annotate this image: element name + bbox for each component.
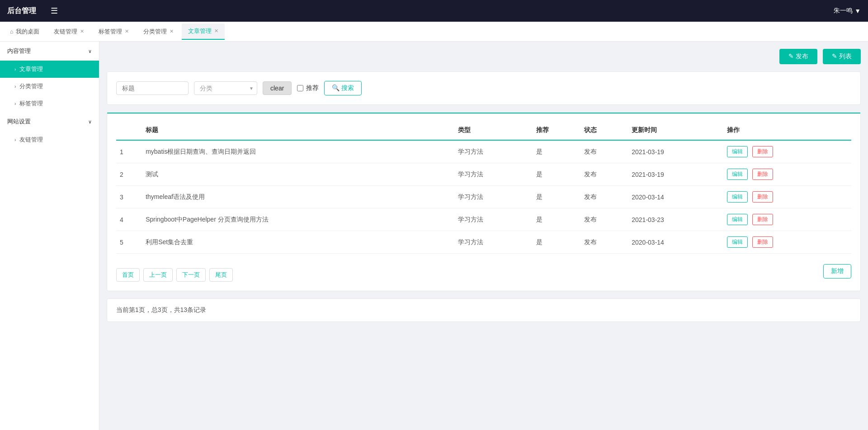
table-header-row: 标题 类型 推荐 状态 更新时间 操作	[116, 121, 851, 140]
page-prev-button[interactable]: 上一页	[143, 268, 173, 282]
cell-update-time: 2020-03-14	[628, 186, 723, 208]
sidebar-group-site: 网站设置 ∨ › 友链管理	[0, 112, 99, 148]
filter-bar: 分类 ▼ clear 推荐 🔍 搜索	[116, 81, 851, 95]
user-info[interactable]: 朱一鸣 ▼	[834, 7, 861, 15]
sidebar-item-tag-arrow: ›	[14, 101, 16, 106]
recommend-checkbox[interactable]	[297, 85, 303, 91]
cell-status: 发布	[580, 140, 628, 163]
table-row: 5 利用Set集合去重 学习方法 是 发布 2020-03-14 编辑 删除	[116, 231, 851, 254]
tab-tags-label: 标签管理	[99, 28, 122, 36]
action-bar: ✎ 发布 ✎ 列表	[107, 49, 861, 64]
cell-update-time: 2020-03-14	[628, 231, 723, 254]
list-button[interactable]: ✎ 列表	[823, 49, 861, 64]
sidebar-group-content: 内容管理 ∨ › 文章管理 › 分类管理 › 标签管理	[0, 42, 99, 112]
tab-articles-close[interactable]: ✕	[214, 28, 218, 34]
recommend-label[interactable]: 推荐	[297, 84, 319, 92]
data-table: 标题 类型 推荐 状态 更新时间 操作 1 mybatis根据日期查询、查询日期…	[116, 121, 851, 254]
table-row: 1 mybatis根据日期查询、查询日期并返回 学习方法 是 发布 2021-0…	[116, 140, 851, 163]
sidebar-group-content-arrow: ∨	[88, 48, 92, 54]
cell-status: 发布	[580, 186, 628, 208]
add-button[interactable]: 新增	[823, 264, 851, 279]
search-button[interactable]: 🔍 搜索	[324, 81, 362, 95]
tab-links[interactable]: 友链管理 ✕	[47, 24, 90, 40]
delete-button[interactable]: 删除	[752, 191, 773, 203]
edit-button[interactable]: 编辑	[727, 236, 748, 248]
menu-toggle-icon[interactable]: ☰	[51, 6, 58, 16]
page-next-button[interactable]: 下一页	[176, 268, 206, 282]
category-select[interactable]: 分类	[194, 81, 257, 95]
table-body: 1 mybatis根据日期查询、查询日期并返回 学习方法 是 发布 2021-0…	[116, 140, 851, 254]
cell-actions: 编辑 删除	[723, 231, 851, 254]
tab-categories[interactable]: 分类管理 ✕	[137, 24, 180, 40]
delete-button[interactable]: 删除	[752, 214, 773, 225]
sidebar: 内容管理 ∨ › 文章管理 › 分类管理 › 标签管理 网站设置 ∨	[0, 42, 99, 329]
cell-actions: 编辑 删除	[723, 140, 851, 163]
col-title: 标题	[142, 121, 454, 140]
sidebar-item-link-arrow: ›	[14, 137, 16, 142]
tab-articles[interactable]: 文章管理 ✕	[182, 24, 225, 40]
cell-title: 利用Set集合去重	[142, 231, 454, 254]
sidebar-group-site-title[interactable]: 网站设置 ∨	[0, 112, 99, 131]
edit-button[interactable]: 编辑	[727, 146, 748, 157]
cell-status: 发布	[580, 163, 628, 186]
sidebar-item-category-mgmt[interactable]: › 分类管理	[0, 78, 99, 95]
title-input[interactable]	[116, 81, 189, 95]
sidebar-item-article-arrow: ›	[14, 67, 16, 72]
sidebar-item-link-label: 友链管理	[19, 136, 43, 144]
publish-button[interactable]: ✎ 发布	[779, 49, 817, 64]
cell-recommend: 是	[533, 163, 580, 186]
sidebar-item-article-mgmt[interactable]: › 文章管理	[0, 61, 99, 78]
cell-type: 学习方法	[454, 163, 533, 186]
delete-button[interactable]: 删除	[752, 146, 773, 157]
cell-recommend: 是	[533, 140, 580, 163]
cell-recommend: 是	[533, 231, 580, 254]
home-icon: ⌂	[10, 28, 13, 35]
page-last-button[interactable]: 尾页	[209, 268, 233, 282]
sidebar-item-tag-mgmt[interactable]: › 标签管理	[0, 95, 99, 112]
cell-update-time: 2021-03-23	[628, 208, 723, 231]
tab-articles-label: 文章管理	[188, 27, 212, 35]
table-card: 标题 类型 推荐 状态 更新时间 操作 1 mybatis根据日期查询、查询日期…	[107, 112, 861, 291]
delete-button[interactable]: 删除	[752, 236, 773, 248]
cell-recommend: 是	[533, 208, 580, 231]
tab-links-label: 友链管理	[54, 28, 77, 36]
table-divider	[107, 113, 860, 113]
tab-desktop[interactable]: ⌂ 我的桌面	[4, 24, 46, 40]
top-header: 后台管理 ☰ 朱一鸣 ▼	[0, 0, 868, 22]
col-type: 类型	[454, 121, 533, 140]
tab-tags[interactable]: 标签管理 ✕	[92, 24, 135, 40]
cell-type: 学习方法	[454, 231, 533, 254]
cell-index: 5	[116, 231, 142, 254]
sidebar-group-site-arrow: ∨	[88, 119, 92, 125]
main-layout: 内容管理 ∨ › 文章管理 › 分类管理 › 标签管理 网站设置 ∨	[0, 42, 868, 329]
edit-button[interactable]: 编辑	[727, 191, 748, 203]
tab-categories-label: 分类管理	[143, 28, 167, 36]
page-info-text: 当前第1页，总3页，共13条记录	[116, 306, 206, 313]
cell-title: Springboot中PageHelper 分页查询使用方法	[142, 208, 454, 231]
cell-index: 3	[116, 186, 142, 208]
tab-tags-close[interactable]: ✕	[125, 28, 129, 34]
sidebar-item-article-label: 文章管理	[19, 65, 43, 73]
cell-index: 4	[116, 208, 142, 231]
tab-categories-close[interactable]: ✕	[170, 28, 174, 34]
delete-button[interactable]: 删除	[752, 169, 773, 180]
edit-button[interactable]: 编辑	[727, 214, 748, 225]
table-head: 标题 类型 推荐 状态 更新时间 操作	[116, 121, 851, 140]
cell-title: mybatis根据日期查询、查询日期并返回	[142, 140, 454, 163]
col-recommend: 推荐	[533, 121, 580, 140]
edit-button[interactable]: 编辑	[727, 169, 748, 180]
cell-index: 2	[116, 163, 142, 186]
pagination: 首页 上一页 下一页 尾页	[116, 268, 233, 282]
table-row: 2 测试 学习方法 是 发布 2021-03-19 编辑 删除	[116, 163, 851, 186]
page-first-button[interactable]: 首页	[116, 268, 140, 282]
cell-actions: 编辑 删除	[723, 208, 851, 231]
sidebar-item-link-mgmt[interactable]: › 友链管理	[0, 131, 99, 148]
cell-update-time: 2021-03-19	[628, 163, 723, 186]
user-dropdown-icon: ▼	[854, 7, 861, 14]
tab-links-close[interactable]: ✕	[80, 28, 84, 34]
tab-desktop-label: 我的桌面	[16, 28, 39, 36]
col-status: 状态	[580, 121, 628, 140]
sidebar-group-content-label: 内容管理	[7, 47, 31, 55]
sidebar-group-content-title[interactable]: 内容管理 ∨	[0, 42, 99, 61]
clear-button[interactable]: clear	[263, 81, 292, 95]
